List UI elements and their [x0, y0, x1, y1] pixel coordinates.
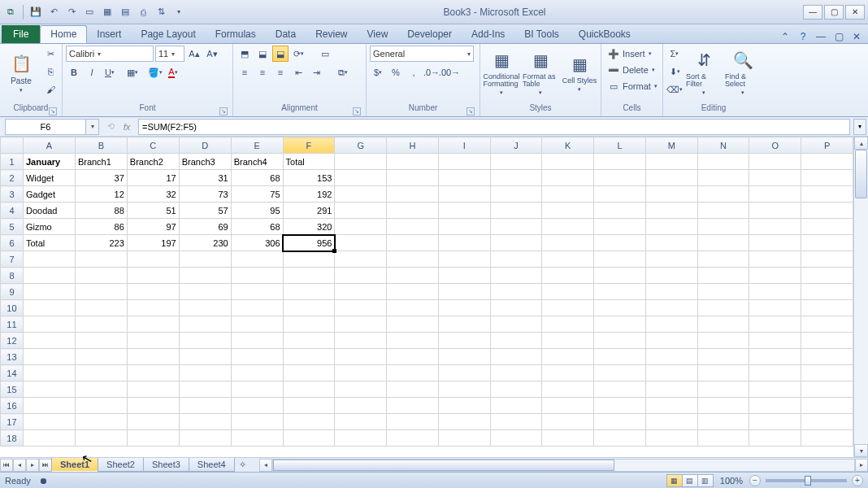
align-bottom-icon[interactable]: ⬓ — [272, 46, 289, 62]
cell[interactable] — [179, 414, 231, 430]
cell[interactable] — [335, 251, 387, 268]
cell[interactable] — [749, 365, 801, 381]
cell[interactable] — [749, 154, 801, 170]
cell[interactable] — [645, 268, 697, 284]
qat-more-icon[interactable]: ▾ — [171, 5, 186, 20]
cell[interactable] — [542, 316, 594, 333]
expand-formula-bar-icon[interactable]: ▾ — [853, 119, 866, 135]
tab-bitools[interactable]: BI Tools — [514, 25, 568, 43]
sheet-tab[interactable]: Sheet4 — [189, 458, 235, 472]
cell[interactable] — [231, 251, 283, 268]
decr-decimal-icon[interactable]: .00→ — [441, 64, 458, 81]
cell[interactable] — [594, 430, 646, 447]
cell[interactable] — [594, 349, 646, 365]
cell[interactable] — [335, 284, 387, 300]
cell[interactable]: 230 — [179, 235, 231, 251]
cell[interactable] — [645, 430, 697, 447]
cell[interactable] — [645, 398, 697, 414]
cell[interactable] — [438, 170, 490, 186]
cell[interactable] — [749, 316, 801, 333]
zoom-level[interactable]: 100% — [720, 476, 743, 486]
sheet-tab[interactable]: Sheet3 — [143, 458, 189, 472]
cell[interactable]: 97 — [127, 219, 179, 235]
cell[interactable] — [387, 186, 439, 203]
row-header[interactable]: 12 — [1, 333, 24, 349]
cell[interactable] — [697, 251, 749, 268]
cell[interactable] — [697, 349, 749, 365]
cell[interactable] — [749, 430, 801, 447]
help-icon[interactable]: ? — [796, 30, 809, 43]
zoom-slider[interactable] — [766, 479, 847, 482]
column-header[interactable]: F — [283, 137, 335, 154]
cell[interactable]: January — [23, 154, 75, 170]
fill-color-icon[interactable]: 🪣▾ — [147, 64, 163, 81]
tab-developer[interactable]: Developer — [397, 25, 462, 43]
cell[interactable] — [542, 398, 594, 414]
mdi-minimize-icon[interactable]: — — [814, 30, 827, 43]
cell[interactable] — [387, 251, 439, 268]
cell[interactable] — [542, 154, 594, 170]
cell[interactable] — [335, 219, 387, 235]
cell[interactable] — [542, 381, 594, 398]
cell[interactable] — [697, 203, 749, 219]
column-header[interactable]: C — [127, 137, 179, 154]
cell[interactable] — [75, 349, 127, 365]
cell[interactable] — [179, 251, 231, 268]
cell[interactable] — [594, 381, 646, 398]
cell[interactable] — [697, 414, 749, 430]
column-header[interactable]: G — [335, 137, 387, 154]
cell[interactable] — [23, 365, 75, 381]
cell[interactable] — [283, 414, 335, 430]
cell[interactable] — [697, 333, 749, 349]
row-header[interactable]: 4 — [1, 203, 24, 219]
cell[interactable] — [645, 186, 697, 203]
qat-icon[interactable]: ⇅ — [154, 5, 168, 20]
cell[interactable] — [490, 398, 542, 414]
page-break-view-icon[interactable]: ▥ — [697, 474, 714, 487]
cell[interactable] — [801, 381, 853, 398]
cell[interactable] — [542, 349, 594, 365]
cell[interactable]: 57 — [179, 203, 231, 219]
tab-data[interactable]: Data — [266, 25, 306, 43]
new-icon[interactable]: ▭ — [82, 5, 97, 20]
cell[interactable] — [645, 154, 697, 170]
cell[interactable] — [283, 381, 335, 398]
cell[interactable] — [645, 284, 697, 300]
row-header[interactable]: 1 — [1, 154, 24, 170]
cell[interactable] — [387, 268, 439, 284]
cell[interactable] — [594, 316, 646, 333]
cell[interactable] — [801, 414, 853, 430]
cell[interactable] — [23, 333, 75, 349]
cell[interactable] — [387, 154, 439, 170]
save-icon[interactable]: 💾 — [28, 5, 43, 20]
column-header[interactable]: L — [594, 137, 646, 154]
cell[interactable] — [75, 268, 127, 284]
cell[interactable] — [490, 349, 542, 365]
column-header[interactable]: B — [75, 137, 127, 154]
cell[interactable] — [23, 300, 75, 316]
row-header[interactable]: 18 — [1, 430, 24, 447]
cell[interactable] — [231, 316, 283, 333]
column-header[interactable]: O — [749, 137, 801, 154]
row-header[interactable]: 9 — [1, 284, 24, 300]
cell[interactable]: 197 — [127, 235, 179, 251]
cell[interactable] — [23, 398, 75, 414]
number-format-combo[interactable]: General▾ — [370, 46, 474, 62]
format-painter-icon[interactable]: 🖌 — [42, 81, 59, 98]
cell[interactable] — [490, 381, 542, 398]
cell[interactable] — [542, 284, 594, 300]
cell[interactable] — [697, 219, 749, 235]
fill-icon[interactable]: ⬇▾ — [666, 63, 683, 80]
cell[interactable] — [438, 349, 490, 365]
cell[interactable]: 153 — [283, 170, 335, 186]
cell[interactable] — [387, 219, 439, 235]
cell[interactable]: 68 — [231, 219, 283, 235]
cell[interactable] — [749, 170, 801, 186]
cell[interactable] — [645, 235, 697, 251]
cell[interactable] — [801, 349, 853, 365]
cell[interactable] — [542, 219, 594, 235]
merge-center-icon[interactable]: ⧉▾ — [332, 64, 354, 81]
cell[interactable] — [127, 349, 179, 365]
cell[interactable] — [542, 365, 594, 381]
cell[interactable] — [127, 398, 179, 414]
